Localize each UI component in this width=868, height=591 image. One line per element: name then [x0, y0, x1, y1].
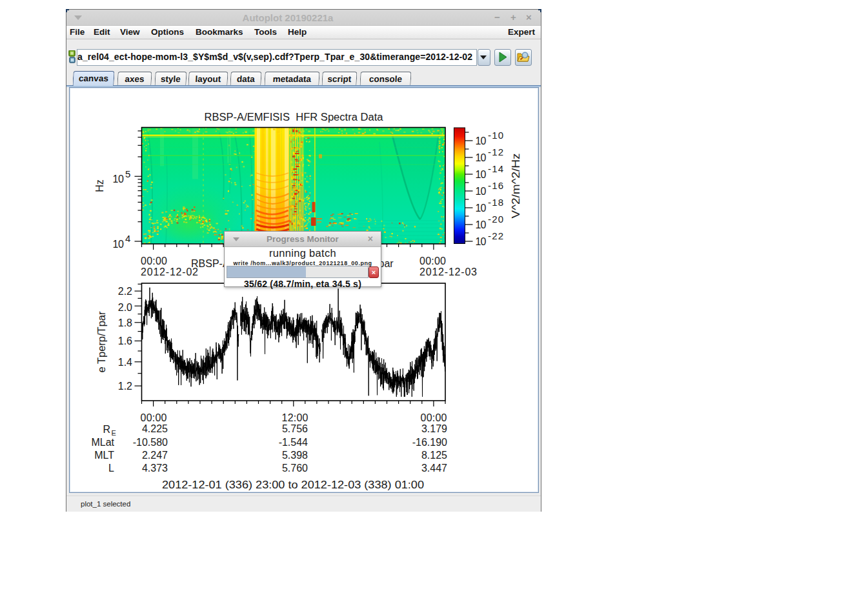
svg-text:2.2: 2.2: [118, 286, 132, 297]
svg-text:1.4: 1.4: [118, 357, 132, 368]
svg-text:2012-12-01 (336) 23:00 to 2012: 2012-12-01 (336) 23:00 to 2012-12-03 (33…: [162, 479, 424, 490]
svg-text:-16.190: -16.190: [412, 437, 447, 448]
svg-text:-1.544: -1.544: [279, 437, 308, 448]
svg-text:2012-12-02: 2012-12-02: [141, 266, 198, 277]
svg-text:10: 10: [476, 186, 487, 197]
svg-text:10: 10: [476, 219, 487, 230]
svg-text:-14: -14: [488, 163, 503, 174]
svg-text:-10: -10: [488, 130, 503, 141]
svg-text:10: 10: [476, 152, 487, 163]
svg-text:5.760: 5.760: [282, 463, 308, 474]
svg-text:2.0: 2.0: [118, 302, 132, 313]
svg-text:1.6: 1.6: [118, 336, 132, 346]
svg-text:4: 4: [125, 233, 130, 244]
svg-text:2012-12-03: 2012-12-03: [419, 266, 477, 277]
svg-text:10: 10: [476, 203, 487, 214]
svg-text:8.125: 8.125: [421, 450, 447, 461]
svg-text:MLat: MLat: [91, 437, 114, 448]
svg-text:1.8: 1.8: [118, 317, 132, 328]
svg-text:00:00: 00:00: [141, 412, 167, 423]
svg-text:RBSP-A/EMFISIS HFR Spectra Da: RBSP-A/EMFISIS HFR Spectra Data: [205, 112, 383, 123]
svg-text:E: E: [112, 429, 116, 437]
svg-text:10: 10: [476, 135, 487, 146]
svg-text:-18: -18: [488, 197, 503, 208]
svg-text:10: 10: [113, 239, 125, 250]
svg-text:00:00: 00:00: [419, 255, 446, 266]
svg-text:-22: -22: [488, 230, 503, 241]
svg-text:4.373: 4.373: [142, 463, 168, 474]
svg-text:MLT: MLT: [94, 450, 114, 461]
svg-text:00:00: 00:00: [421, 412, 447, 423]
svg-text:2.247: 2.247: [142, 450, 168, 461]
svg-text:e Tperp/Tpar: e Tperp/Tpar: [96, 311, 107, 373]
svg-text:3.179: 3.179: [421, 423, 447, 434]
svg-text:-10.580: -10.580: [133, 437, 168, 448]
svg-text:10: 10: [476, 169, 487, 180]
svg-text:-20: -20: [488, 214, 503, 225]
svg-text:-16: -16: [488, 180, 503, 191]
svg-text:-12: -12: [488, 146, 503, 157]
svg-text:10: 10: [476, 236, 487, 247]
svg-text:L: L: [108, 463, 114, 474]
svg-text:00:00: 00:00: [141, 255, 167, 266]
svg-text:4.225: 4.225: [142, 423, 168, 434]
svg-text:V^2/m^2/Hz: V^2/m^2/Hz: [510, 154, 521, 219]
svg-text:5: 5: [125, 168, 130, 179]
svg-text:5.398: 5.398: [282, 450, 308, 461]
svg-text:Hz: Hz: [94, 179, 105, 192]
svg-text:R: R: [103, 424, 110, 435]
svg-text:12:00: 12:00: [282, 412, 308, 423]
svg-text:10: 10: [113, 174, 125, 185]
svg-text:5.756: 5.756: [282, 423, 308, 434]
svg-text:1.2: 1.2: [118, 381, 132, 392]
svg-text:3.447: 3.447: [421, 463, 447, 474]
